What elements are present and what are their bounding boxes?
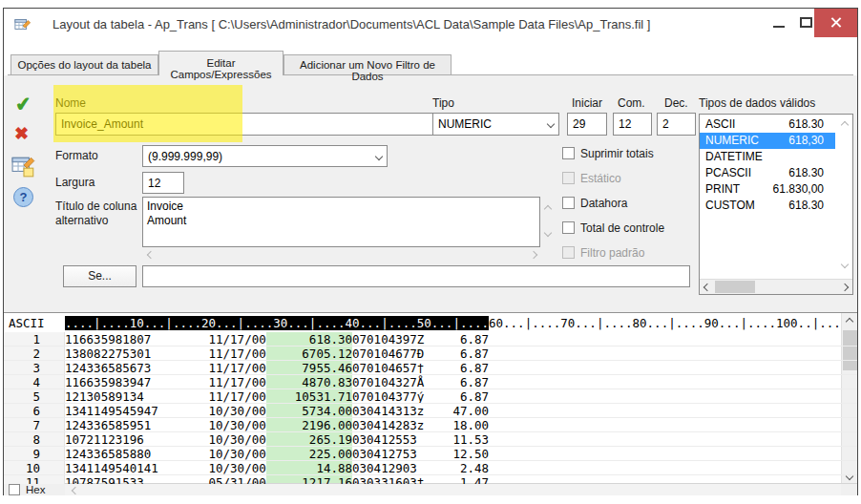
iniciar-label: Iniciar	[572, 96, 602, 110]
titulo-line1: Invoice	[147, 200, 536, 214]
table-row[interactable]: 3124336585673 11/17/00 7955.46070104657†…	[4, 361, 857, 375]
column-ruler[interactable]: ....|....10...|....20...|....30...|....4…	[65, 313, 841, 332]
tab-adicionar-filtro[interactable]: Adicionar um Novo Filtro de Dados	[284, 54, 452, 75]
list-item-custom[interactable]: CUSTOM618.30	[700, 198, 835, 214]
table-row[interactable]: 1110787591533 05/31/00 1217.16030331603†…	[4, 475, 857, 484]
table-row[interactable]: 101341149540141 10/30/00 14.88030412903 …	[4, 461, 857, 475]
hex-checkbox[interactable]	[9, 484, 20, 495]
scroll-right-icon[interactable]	[841, 284, 849, 291]
se-condition-button[interactable]: Se...	[63, 265, 136, 287]
table-row[interactable]: 4116635983947 11/17/00 4870.83070104327Å…	[4, 375, 857, 389]
close-button[interactable]	[814, 9, 857, 37]
formato-label: Formato	[55, 149, 98, 162]
clipped-row-container: 1110787591533 05/31/00 1217.16030331603†…	[4, 475, 857, 484]
com-input[interactable]: 12	[613, 113, 652, 136]
table-row[interactable]: 2138082275301 11/17/00 6705.12070104677Đ…	[4, 346, 857, 361]
table-row[interactable]: 512130589134 11/17/00 10531.71070104377ý…	[4, 389, 857, 404]
scroll-left-icon[interactable]	[72, 487, 79, 494]
ruler-row: ASCII ....|....10...|....20...|....30...…	[4, 313, 841, 332]
nome-input[interactable]: Invoice_Amount	[55, 113, 435, 136]
checkbox-box[interactable]	[562, 147, 575, 159]
tipo-value: NUMERIC	[438, 117, 492, 131]
scroll-left-icon[interactable]	[704, 284, 711, 291]
formato-value: (9.999.999,99)	[148, 150, 222, 163]
largura-label: Largura	[55, 176, 94, 189]
iniciar-input[interactable]: 29	[567, 113, 607, 136]
grid-horizontal-scrollbar[interactable]	[65, 484, 841, 495]
delete-field-icon[interactable]: ✖	[14, 123, 29, 144]
table-row[interactable]: 7124336585951 10/30/00 2196.00030414283z…	[4, 418, 857, 432]
table-edit-icon	[14, 16, 32, 33]
chevron-down-icon	[547, 120, 555, 128]
largura-input[interactable]: 12	[142, 172, 184, 194]
accept-entry-icon[interactable]: ✔	[14, 92, 32, 116]
scroll-down-icon[interactable]	[841, 261, 849, 268]
table-row[interactable]: 9124336585880 10/30/00 225.00030412753 1…	[4, 447, 857, 461]
table-row[interactable]: 61341149545947 10/30/00 5734.00030414313…	[4, 404, 857, 418]
minimize-button[interactable]	[767, 9, 792, 37]
list-item-numeric[interactable]: NUMERIC618,30	[700, 133, 835, 149]
list-item-datetime[interactable]: DATETIME	[700, 149, 835, 165]
record-preview-grid: ASCII ....|....10...|....20...|....30...…	[4, 312, 857, 495]
formato-select[interactable]: (9.999.999,99)	[142, 145, 388, 167]
tipo-select[interactable]: NUMERIC	[432, 113, 559, 136]
table-layout-window: Layout da tabela - Ap_Trans [ C:\Users\A…	[3, 8, 858, 495]
scrollbar-thumb[interactable]	[715, 281, 755, 293]
table-row[interactable]: 810721123196 10/30/00 265.19030412553 11…	[4, 432, 857, 447]
minimize-icon	[773, 26, 785, 28]
dec-label: Dec.	[664, 96, 688, 110]
tab-editar-campos[interactable]: Editar Campos/Expressões	[158, 51, 284, 75]
help-icon[interactable]: ?	[13, 187, 33, 207]
checkbox-box[interactable]	[562, 197, 575, 209]
chevron-down-icon	[375, 153, 383, 160]
ruler-beyond-record[interactable]: 60...|....70...|....80...|....90...|....…	[489, 316, 841, 330]
window-title: Layout da tabela - Ap_Trans [ C:\Users\A…	[52, 9, 650, 40]
list-item-ascii[interactable]: ASCII618.30	[700, 116, 835, 133]
se-condition-input[interactable]	[142, 265, 690, 287]
tipo-label: Tipo	[432, 96, 454, 110]
titlebar: Layout da tabela - Ap_Trans [ C:\Users\A…	[4, 9, 857, 40]
ruler-record-area[interactable]: ....|....10...|....20...|....30...|....4…	[65, 316, 489, 330]
com-label: Com.	[618, 96, 645, 110]
dec-input[interactable]: 2	[657, 113, 696, 136]
titulo-textarea[interactable]: Invoice Amount	[142, 197, 540, 247]
hex-label: Hex	[26, 484, 45, 495]
hex-bar: Hex	[4, 483, 857, 495]
checkbox-box	[562, 246, 575, 259]
nome-label: Nome	[55, 96, 86, 110]
titulo-label: Título de coluna alternativo	[55, 200, 143, 228]
grid-body: 1116635981807 11/17/00 618.30070104397Z …	[4, 332, 857, 484]
scroll-up-icon[interactable]	[846, 318, 853, 326]
valid-types-listbox: ASCII618.30 NUMERIC618,30 DATETIME PCASC…	[699, 114, 853, 295]
list-item-pcascii[interactable]: PCASCII618.30	[700, 165, 835, 181]
checkbox-box[interactable]	[562, 221, 575, 234]
edit-field-icon[interactable]	[11, 154, 36, 178]
grid-header-label: ASCII	[4, 313, 65, 332]
maximize-icon	[800, 17, 812, 28]
titulo-line2: Amount	[147, 214, 536, 228]
listbox-horizontal-scrollbar[interactable]	[700, 279, 852, 294]
checkbox-box	[562, 172, 575, 184]
list-item-print[interactable]: PRINT61.830,00	[700, 181, 835, 198]
tab-opcoes-layout[interactable]: Opções do layout da tabela	[10, 54, 158, 75]
table-row[interactable]: 1116635981807 11/17/00 618.30070104397Z …	[4, 332, 857, 346]
valid-types-label: Tipos de dados válidos	[699, 96, 815, 110]
scroll-up-icon[interactable]	[841, 121, 849, 129]
